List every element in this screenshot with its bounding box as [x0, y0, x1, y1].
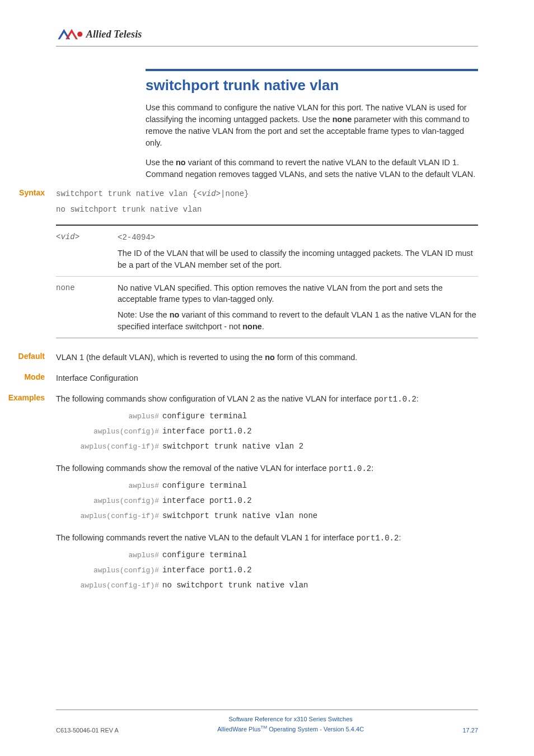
cli-block-1: awplus#configure terminal awplus(config)… — [56, 410, 478, 452]
footer-page-number: 17.27 — [462, 727, 478, 734]
param-desc-none: No native VLAN specified. This option re… — [118, 282, 478, 332]
param-desc-vid: <2-4094> The ID of the VLAN that will be… — [118, 231, 478, 270]
parameter-table: <vid> <2-4094> The ID of the VLAN that w… — [56, 225, 478, 338]
example-intro-1: The following commands show configuratio… — [56, 393, 478, 405]
command-title: switchport trunk native vlan — [146, 77, 478, 94]
example-intro-3: The following commands revert the native… — [56, 532, 478, 544]
param-key-vid: <vid> — [56, 231, 118, 270]
cli-block-2: awplus#configure terminal awplus(config)… — [56, 480, 478, 522]
param-key-none: none — [56, 282, 118, 332]
syntax-line-1: switchport trunk native vlan {<vid>|none… — [56, 188, 478, 199]
brand-logo: Allied Telesis — [56, 28, 478, 40]
mode-label: Mode — [0, 372, 56, 381]
svg-text:Allied Telesis: Allied Telesis — [86, 29, 142, 40]
syntax-label: Syntax — [0, 188, 56, 197]
svg-marker-1 — [65, 29, 78, 39]
example-intro-2: The following commands show the removal … — [56, 463, 478, 474]
footer-left: C613-50046-01 REV A — [56, 727, 119, 734]
title-rule — [146, 69, 478, 71]
syntax-line-2: no switchport trunk native vlan — [56, 204, 478, 215]
intro-paragraph-1: Use this command to configure the native… — [146, 102, 478, 149]
default-label: Default — [0, 352, 56, 361]
mode-text: Interface Configuration — [56, 372, 478, 384]
footer-center: Software Reference for x310 Series Switc… — [217, 715, 364, 734]
page-footer: C613-50046-01 REV A Software Reference f… — [0, 710, 534, 734]
cli-block-3: awplus#configure terminal awplus(config)… — [56, 549, 478, 591]
examples-label: Examples — [0, 393, 56, 402]
default-text: VLAN 1 (the default VLAN), which is reve… — [56, 352, 478, 363]
intro-paragraph-2: Use the no variant of this command to re… — [146, 157, 478, 180]
header-divider — [56, 46, 478, 46]
svg-point-2 — [77, 31, 82, 36]
